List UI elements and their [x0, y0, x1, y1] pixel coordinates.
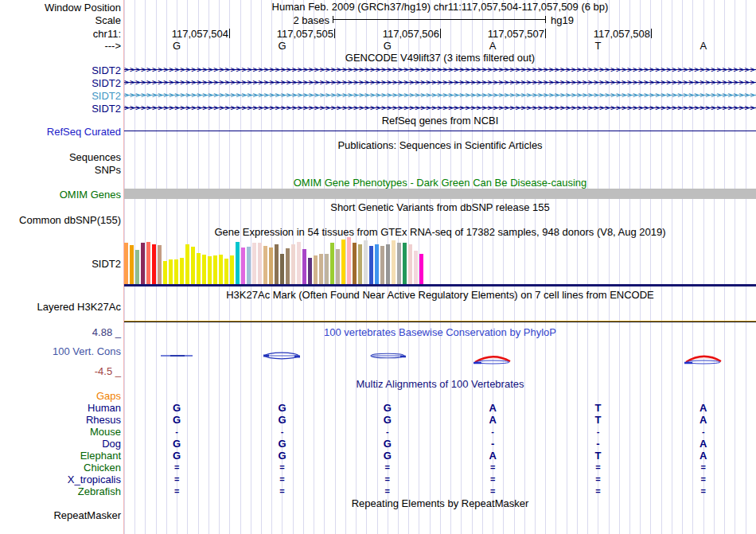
gtex-tissue-bar[interactable] [158, 245, 162, 284]
transcript-arrows[interactable]: >>>>>>>>>>>>>>>>>>>>>>>>>>>>>>>>>>>>>>>>… [124, 103, 756, 112]
gtex-tissue-bar[interactable] [353, 243, 357, 284]
gtex-tissue-bar[interactable] [185, 244, 189, 284]
gtex-tissue-bar[interactable] [247, 247, 251, 284]
refseq-gene-line[interactable] [124, 131, 756, 131]
gtex-tissue-bar[interactable] [286, 248, 290, 284]
omim-gene-bar[interactable] [124, 189, 756, 199]
gtex-tissue-bar[interactable] [169, 259, 173, 284]
gtex-tissue-bar[interactable] [152, 244, 156, 284]
gtex-tissue-bar[interactable] [347, 237, 351, 284]
gtex-tissue-bar[interactable] [258, 243, 262, 284]
species-label-zebrafish[interactable]: Zebrafish [0, 485, 121, 497]
gtex-tissue-bar[interactable] [252, 243, 256, 284]
sequence-cell: G [124, 414, 229, 426]
sequence-cell: G [229, 402, 334, 414]
gtex-tissue-bar[interactable] [275, 244, 279, 284]
alignment-row-rhesus[interactable]: GGGATA [124, 414, 756, 426]
snps-label[interactable]: SNPs [0, 164, 121, 176]
gtex-tissue-bar[interactable] [174, 259, 178, 284]
gtex-tissue-bar[interactable] [208, 256, 212, 284]
gtex-tissue-bar[interactable] [124, 243, 128, 284]
species-label-human[interactable]: Human [0, 402, 121, 414]
gtex-tissue-bar[interactable] [341, 240, 345, 284]
gtex-tissue-bar[interactable] [308, 258, 312, 284]
gtex-tissue-bar[interactable] [130, 245, 134, 284]
gtex-tissue-bar[interactable] [380, 246, 384, 284]
species-label-gaps[interactable]: Gaps [0, 390, 121, 402]
refseq-curated-label[interactable]: RefSeq Curated [0, 126, 121, 138]
gtex-tissue-bar[interactable] [224, 259, 228, 284]
gtex-tissue-bar[interactable] [297, 242, 301, 284]
transcript-arrows[interactable]: >>>>>>>>>>>>>>>>>>>>>>>>>>>>>>>>>>>>>>>>… [124, 65, 756, 74]
gtex-tissue-bar[interactable] [291, 244, 295, 284]
gtex-tissue-bar[interactable] [419, 254, 423, 284]
gtex-tissue-bar[interactable] [392, 240, 396, 284]
phylop-conservation-wiggle[interactable] [124, 344, 756, 371]
gtex-tissue-bar[interactable] [386, 244, 390, 284]
gtex-tissue-bar[interactable] [197, 253, 201, 284]
species-label-dog[interactable]: Dog [0, 438, 121, 450]
gtex-tissue-bar[interactable] [202, 255, 206, 284]
species-label-x-tropicalis[interactable]: X_tropicalis [0, 474, 121, 485]
gencode-item-label[interactable]: SIDT2 [0, 64, 121, 76]
alignment-row-elephant[interactable]: GGGATA [124, 450, 756, 462]
gtex-tissue-bar[interactable] [336, 249, 340, 284]
species-label-mouse[interactable]: Mouse [0, 426, 121, 438]
gtex-tissue-bar[interactable] [230, 255, 234, 284]
species-label-elephant[interactable]: Elephant [0, 450, 121, 462]
gtex-tissue-bar[interactable] [213, 255, 217, 284]
gtex-tissue-bar[interactable] [302, 249, 306, 284]
gtex-tissue-bar[interactable] [364, 240, 368, 284]
gtex-tissue-bar[interactable] [219, 255, 223, 284]
gtex-tissue-bar[interactable] [414, 251, 418, 284]
gtex-tissue-bar[interactable] [269, 248, 273, 284]
alignment-row-x-tropicalis[interactable]: ====== [124, 474, 756, 485]
gtex-tissue-bar[interactable] [325, 254, 329, 284]
gtex-tissue-bar[interactable] [358, 244, 362, 284]
layered-h3k27ac-label[interactable]: Layered H3K27Ac [0, 301, 121, 313]
gencode-item-label[interactable]: SIDT2 [0, 103, 121, 115]
gencode-item-label[interactable]: SIDT2 [0, 77, 121, 89]
gtex-tissue-bar[interactable] [280, 254, 284, 284]
transcript-arrows[interactable]: >>>>>>>>>>>>>>>>>>>>>>>>>>>>>>>>>>>>>>>>… [124, 91, 756, 99]
omim-genes-label[interactable]: OMIM Genes [0, 189, 121, 201]
alignment-row-chicken[interactable]: ====== [124, 462, 756, 474]
sequence-cell: A [440, 402, 545, 414]
species-label-rhesus[interactable]: Rhesus [0, 414, 121, 426]
coordinate-label: 117,057,505 [246, 28, 333, 40]
sequence-cell: = [440, 474, 545, 485]
alignment-row-mouse[interactable]: ------ [124, 426, 756, 438]
alignment-row-dog[interactable]: GGG--A [124, 438, 756, 450]
gtex-gene-label[interactable]: SIDT2 [0, 258, 121, 270]
gtex-tissue-bar[interactable] [375, 244, 379, 284]
gtex-tissue-bar[interactable] [236, 242, 240, 284]
gtex-expression-bar-chart[interactable] [124, 236, 425, 284]
assembly-position-title: Human Feb. 2009 (GRCh37/hg19) chr11:117,… [124, 2, 756, 13]
gtex-tissue-bar[interactable] [263, 246, 267, 284]
gtex-tissue-bar[interactable] [141, 243, 145, 284]
gtex-tissue-bar[interactable] [330, 243, 334, 284]
alignment-row-human[interactable]: GGGATA [124, 402, 756, 414]
gtex-tissue-bar[interactable] [403, 243, 407, 284]
gtex-tissue-bar[interactable] [241, 248, 245, 284]
gtex-tissue-bar[interactable] [180, 258, 184, 284]
gtex-tissue-bar[interactable] [319, 254, 323, 284]
strand-direction-label[interactable]: ---> [0, 40, 121, 52]
gtex-tissue-bar[interactable] [146, 242, 150, 284]
gtex-tissue-bar[interactable] [408, 244, 412, 284]
gtex-tissue-bar[interactable] [191, 247, 195, 284]
phylop-track-label[interactable]: 100 Vert. Cons [0, 345, 121, 357]
gtex-tissue-bar[interactable] [369, 246, 373, 284]
gtex-tissue-bar[interactable] [314, 255, 318, 284]
repeatmasker-label[interactable]: RepeatMasker [0, 509, 121, 521]
species-label-chicken[interactable]: Chicken [0, 462, 121, 474]
transcript-arrows[interactable]: >>>>>>>>>>>>>>>>>>>>>>>>>>>>>>>>>>>>>>>>… [124, 78, 756, 87]
alignment-row-zebrafish[interactable]: ====== [124, 485, 756, 497]
gtex-tissue-bar[interactable] [397, 243, 401, 284]
gencode-item-label[interactable]: SIDT2 [0, 90, 121, 102]
reference-base-row[interactable]: GGGATA [124, 40, 756, 52]
gtex-tissue-bar[interactable] [135, 250, 139, 284]
sequences-label[interactable]: Sequences [0, 151, 121, 163]
gtex-tissue-bar[interactable] [163, 261, 167, 284]
common-dbsnp-label[interactable]: Common dbSNP(155) [0, 214, 121, 226]
